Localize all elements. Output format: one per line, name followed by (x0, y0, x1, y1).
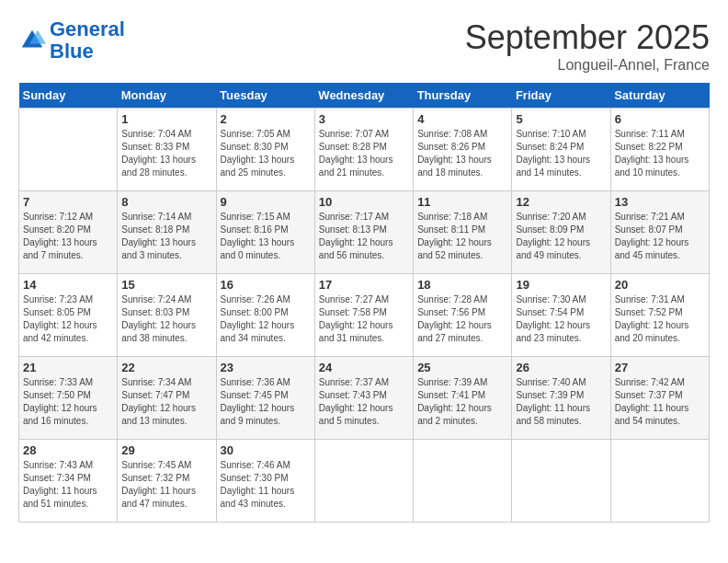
calendar-cell: 20Sunrise: 7:31 AM Sunset: 7:52 PM Dayli… (610, 274, 709, 357)
day-number: 15 (121, 278, 211, 292)
day-info: Sunrise: 7:20 AM Sunset: 8:09 PM Dayligh… (516, 211, 606, 262)
calendar-cell: 3Sunrise: 7:07 AM Sunset: 8:28 PM Daylig… (314, 109, 413, 191)
day-info: Sunrise: 7:45 AM Sunset: 7:32 PM Dayligh… (121, 459, 211, 511)
day-info: Sunrise: 7:18 AM Sunset: 8:11 PM Dayligh… (417, 211, 507, 262)
calendar-cell: 16Sunrise: 7:26 AM Sunset: 8:00 PM Dayli… (216, 274, 314, 357)
weekday-tuesday: Tuesday (216, 83, 314, 109)
weekday-friday: Friday (512, 83, 610, 109)
calendar-cell: 17Sunrise: 7:27 AM Sunset: 7:58 PM Dayli… (314, 274, 413, 357)
day-number: 26 (516, 361, 606, 374)
calendar-cell (314, 440, 413, 523)
calendar-cell (414, 440, 512, 523)
week-row-1: 1Sunrise: 7:04 AM Sunset: 8:33 PM Daylig… (19, 109, 710, 191)
calendar-cell: 25Sunrise: 7:39 AM Sunset: 7:41 PM Dayli… (414, 357, 512, 440)
day-number: 1 (121, 112, 211, 126)
title-area: September 2025 Longueil-Annel, France (465, 18, 710, 74)
day-number: 21 (23, 361, 113, 374)
page-header: General Blue September 2025 Longueil-Ann… (18, 18, 710, 74)
calendar-cell: 15Sunrise: 7:24 AM Sunset: 8:03 PM Dayli… (118, 274, 216, 357)
day-number: 16 (221, 278, 311, 292)
calendar-cell (512, 440, 610, 523)
logo-icon (18, 27, 46, 54)
location: Longueil-Annel, France (465, 57, 710, 74)
calendar-cell: 8Sunrise: 7:14 AM Sunset: 8:18 PM Daylig… (118, 191, 216, 274)
day-info: Sunrise: 7:34 AM Sunset: 7:47 PM Dayligh… (121, 376, 211, 428)
calendar-cell (19, 109, 118, 191)
calendar-cell: 27Sunrise: 7:42 AM Sunset: 7:37 PM Dayli… (610, 357, 709, 440)
day-number: 5 (516, 112, 606, 126)
calendar-cell: 2Sunrise: 7:05 AM Sunset: 8:30 PM Daylig… (216, 109, 314, 191)
calendar-cell: 11Sunrise: 7:18 AM Sunset: 8:11 PM Dayli… (414, 191, 512, 274)
day-info: Sunrise: 7:08 AM Sunset: 8:26 PM Dayligh… (417, 128, 507, 179)
day-info: Sunrise: 7:27 AM Sunset: 7:58 PM Dayligh… (319, 293, 409, 345)
calendar-cell: 19Sunrise: 7:30 AM Sunset: 7:54 PM Dayli… (512, 274, 610, 357)
day-info: Sunrise: 7:31 AM Sunset: 7:52 PM Dayligh… (615, 293, 705, 345)
day-number: 6 (615, 112, 705, 126)
calendar-cell: 9Sunrise: 7:15 AM Sunset: 8:16 PM Daylig… (216, 191, 314, 274)
day-number: 14 (23, 278, 113, 292)
calendar-cell (610, 440, 709, 523)
day-number: 8 (121, 195, 211, 209)
calendar-cell: 21Sunrise: 7:33 AM Sunset: 7:50 PM Dayli… (19, 357, 118, 440)
month-title: September 2025 (465, 18, 710, 57)
day-info: Sunrise: 7:15 AM Sunset: 8:16 PM Dayligh… (221, 211, 311, 262)
calendar-cell: 5Sunrise: 7:10 AM Sunset: 8:24 PM Daylig… (512, 109, 610, 191)
day-number: 4 (417, 112, 507, 126)
logo: General Blue (18, 18, 125, 63)
day-info: Sunrise: 7:33 AM Sunset: 7:50 PM Dayligh… (23, 376, 113, 428)
week-row-2: 7Sunrise: 7:12 AM Sunset: 8:20 PM Daylig… (19, 191, 710, 274)
day-info: Sunrise: 7:05 AM Sunset: 8:30 PM Dayligh… (221, 128, 311, 179)
day-number: 28 (23, 443, 113, 457)
day-info: Sunrise: 7:30 AM Sunset: 7:54 PM Dayligh… (516, 293, 606, 345)
week-row-3: 14Sunrise: 7:23 AM Sunset: 8:05 PM Dayli… (19, 274, 710, 357)
day-info: Sunrise: 7:43 AM Sunset: 7:34 PM Dayligh… (23, 459, 113, 511)
day-number: 3 (319, 112, 409, 126)
calendar-cell: 13Sunrise: 7:21 AM Sunset: 8:07 PM Dayli… (610, 191, 709, 274)
day-info: Sunrise: 7:21 AM Sunset: 8:07 PM Dayligh… (615, 211, 705, 262)
day-number: 23 (221, 361, 311, 374)
logo-blue: Blue (50, 40, 94, 63)
day-info: Sunrise: 7:11 AM Sunset: 8:22 PM Dayligh… (615, 128, 705, 179)
day-info: Sunrise: 7:17 AM Sunset: 8:13 PM Dayligh… (319, 211, 409, 262)
day-info: Sunrise: 7:12 AM Sunset: 8:20 PM Dayligh… (23, 211, 113, 262)
day-info: Sunrise: 7:23 AM Sunset: 8:05 PM Dayligh… (23, 293, 113, 345)
calendar-cell: 26Sunrise: 7:40 AM Sunset: 7:39 PM Dayli… (512, 357, 610, 440)
weekday-thursday: Thursday (414, 83, 512, 109)
weekday-wednesday: Wednesday (314, 83, 413, 109)
calendar-cell: 10Sunrise: 7:17 AM Sunset: 8:13 PM Dayli… (314, 191, 413, 274)
calendar-cell: 1Sunrise: 7:04 AM Sunset: 8:33 PM Daylig… (118, 109, 216, 191)
day-info: Sunrise: 7:40 AM Sunset: 7:39 PM Dayligh… (516, 376, 606, 428)
calendar-table: SundayMondayTuesdayWednesdayThursdayFrid… (18, 83, 710, 523)
day-number: 12 (516, 195, 606, 209)
day-info: Sunrise: 7:42 AM Sunset: 7:37 PM Dayligh… (615, 376, 705, 428)
day-number: 17 (319, 278, 409, 292)
day-info: Sunrise: 7:14 AM Sunset: 8:18 PM Dayligh… (121, 211, 211, 262)
day-number: 19 (516, 278, 606, 292)
calendar-cell: 12Sunrise: 7:20 AM Sunset: 8:09 PM Dayli… (512, 191, 610, 274)
logo-general: General (50, 17, 125, 40)
calendar-cell: 7Sunrise: 7:12 AM Sunset: 8:20 PM Daylig… (19, 191, 118, 274)
day-info: Sunrise: 7:04 AM Sunset: 8:33 PM Dayligh… (121, 128, 211, 179)
weekday-header-row: SundayMondayTuesdayWednesdayThursdayFrid… (19, 83, 710, 109)
calendar-cell: 4Sunrise: 7:08 AM Sunset: 8:26 PM Daylig… (414, 109, 512, 191)
day-number: 24 (319, 361, 409, 374)
day-number: 11 (417, 195, 507, 209)
day-number: 25 (417, 361, 507, 374)
week-row-4: 21Sunrise: 7:33 AM Sunset: 7:50 PM Dayli… (19, 357, 710, 440)
day-number: 30 (221, 443, 311, 457)
day-number: 7 (23, 195, 113, 209)
day-info: Sunrise: 7:46 AM Sunset: 7:30 PM Dayligh… (221, 459, 311, 511)
calendar-cell: 23Sunrise: 7:36 AM Sunset: 7:45 PM Dayli… (216, 357, 314, 440)
day-number: 2 (221, 112, 311, 126)
day-number: 22 (121, 361, 211, 374)
day-info: Sunrise: 7:07 AM Sunset: 8:28 PM Dayligh… (319, 128, 409, 179)
calendar-cell: 30Sunrise: 7:46 AM Sunset: 7:30 PM Dayli… (216, 440, 314, 523)
logo-text: General Blue (50, 18, 125, 63)
day-info: Sunrise: 7:36 AM Sunset: 7:45 PM Dayligh… (221, 376, 311, 428)
day-number: 18 (417, 278, 507, 292)
calendar-cell: 24Sunrise: 7:37 AM Sunset: 7:43 PM Dayli… (314, 357, 413, 440)
day-number: 10 (319, 195, 409, 209)
day-number: 20 (615, 278, 705, 292)
day-info: Sunrise: 7:37 AM Sunset: 7:43 PM Dayligh… (319, 376, 409, 428)
calendar-cell: 14Sunrise: 7:23 AM Sunset: 8:05 PM Dayli… (19, 274, 118, 357)
